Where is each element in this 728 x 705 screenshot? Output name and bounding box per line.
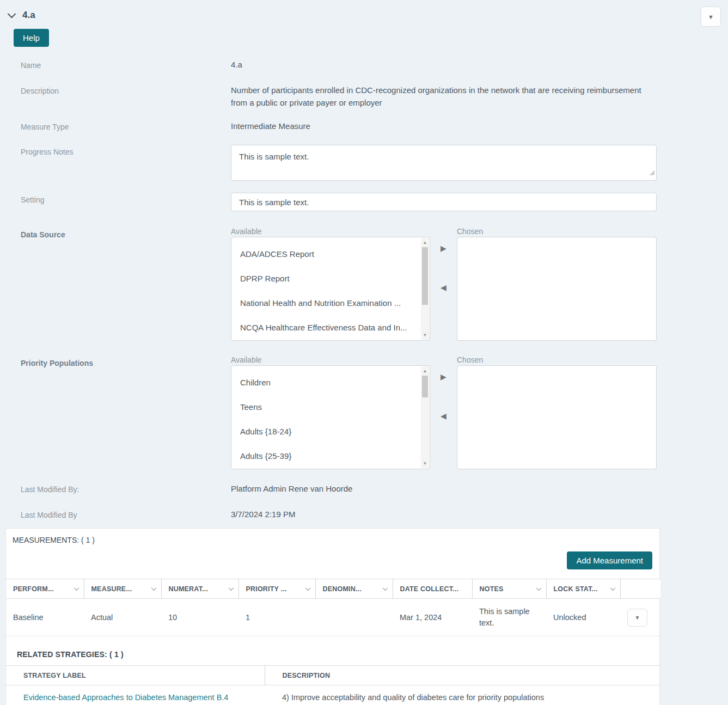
priority-populations-available-listbox[interactable]: Children Teens Adults {18-24} Adults {25… <box>231 365 430 469</box>
setting-input[interactable] <box>231 193 657 211</box>
progress-notes-textarea[interactable]: This is sample text. <box>231 145 657 181</box>
help-button[interactable]: Help <box>14 29 49 47</box>
move-left-button[interactable]: ◀ <box>441 412 446 420</box>
add-measurement-button[interactable]: Add Measurement <box>567 551 652 569</box>
column-header-denominator[interactable]: DENOMIN... <box>315 579 393 599</box>
panel-dropdown-button[interactable]: ▼ <box>701 7 721 27</box>
list-item[interactable]: NCQA Healthcare Effectiveness Data and I… <box>240 316 419 340</box>
progress-notes-label: Progress Notes <box>0 145 231 181</box>
setting-row: Setting <box>0 193 728 211</box>
scroll-up-icon[interactable]: ▲ <box>421 238 429 247</box>
list-item[interactable]: National Health and Nutrition Examinatio… <box>240 291 419 316</box>
chevron-down-icon <box>228 585 234 591</box>
data-source-available-listbox[interactable]: ADA/ADCES Report DPRP Report National He… <box>231 237 430 341</box>
measurements-panel: MEASUREMENTS: ( 1 ) Add Measurement PERF… <box>5 528 660 705</box>
list-item[interactable]: Adults {18-24} <box>240 420 419 444</box>
table-row: Baseline Actual 10 1 Mar 1, 2024 This is… <box>6 599 660 636</box>
setting-label: Setting <box>0 193 231 211</box>
measure-type-label: Measure Type <box>0 120 231 132</box>
caret-down-icon: ▼ <box>635 612 640 623</box>
related-strategies-header-row: STRATEGY LABEL DESCRIPTION <box>6 666 659 685</box>
scroll-down-icon[interactable]: ▼ <box>421 459 429 468</box>
list-item[interactable]: ADA/ADCES Report <box>240 242 419 267</box>
column-header-numerator[interactable]: NUMERAT... <box>161 579 238 599</box>
last-modified-by-label: Last Modified By: <box>0 482 231 495</box>
row-menu-button[interactable]: ▼ <box>627 609 647 627</box>
column-header-measure[interactable]: MEASURE... <box>84 579 161 599</box>
name-value: 4.a <box>231 58 657 71</box>
chevron-down-icon <box>536 585 541 591</box>
list-item[interactable]: DPRP Report <box>240 267 419 291</box>
column-header-actions <box>620 579 660 599</box>
measurements-header-row: PERFORM... MEASURE... NUMERAT... PRIORIT… <box>6 579 660 599</box>
related-strategies-title: RELATED STRATEGIES: ( 1 ) <box>6 636 659 659</box>
list-item[interactable]: Adults {25-39} <box>240 444 419 469</box>
page-title: 4.a <box>22 10 35 21</box>
column-header-performance[interactable]: PERFORM... <box>6 579 84 599</box>
last-modified-by-value: Platform Admin Rene van Hoorde <box>231 482 657 495</box>
measure-form: Name 4.a Description Number of participa… <box>0 58 728 520</box>
move-right-button[interactable]: ▶ <box>441 373 446 381</box>
last-modified-date-value: 3/7/2024 2:19 PM <box>231 508 657 520</box>
column-header-notes[interactable]: NOTES <box>472 579 546 599</box>
scrollbar-thumb[interactable] <box>422 247 428 305</box>
chevron-down-icon <box>610 585 615 591</box>
scrollbar[interactable]: ▲ ▼ <box>421 238 429 340</box>
column-header-lock-status[interactable]: LOCK STAT... <box>546 579 620 599</box>
priority-populations-label: Priority Populations <box>0 356 231 469</box>
move-right-button[interactable]: ▶ <box>441 244 446 252</box>
performance-cell: Baseline <box>6 599 84 636</box>
caret-down-icon: ▼ <box>708 14 714 20</box>
priority-populations-chosen-listbox[interactable] <box>457 365 657 469</box>
denominator-cell <box>315 599 393 636</box>
page-header: 4.a <box>0 0 728 21</box>
description-row: Description Number of participants enrol… <box>0 84 728 109</box>
strategy-description: 4) Improve acceptability and quality of … <box>265 685 659 705</box>
data-source-label: Data Source <box>0 228 231 341</box>
measure-cell: Actual <box>84 599 161 636</box>
measurements-title: MEASUREMENTS: ( 1 ) <box>6 529 659 544</box>
priority-cell: 1 <box>238 599 315 636</box>
chevron-down-icon <box>382 585 388 591</box>
description-label: Description <box>0 84 231 109</box>
chevron-down-icon <box>74 585 79 591</box>
scroll-up-icon[interactable]: ▲ <box>421 367 429 375</box>
list-item[interactable]: Teens <box>240 395 419 420</box>
measure-type-row: Measure Type Intermediate Measure <box>0 120 728 132</box>
chevron-down-icon <box>151 585 156 591</box>
strategy-link[interactable]: Evidence-based Approaches to Diabetes Ma… <box>23 693 228 702</box>
available-label: Available <box>231 356 430 364</box>
column-header-date-collected[interactable]: DATE COLLECT... <box>393 579 472 599</box>
column-header-priority[interactable]: PRIORITY ... <box>238 579 315 599</box>
name-row: Name 4.a <box>0 58 728 71</box>
notes-cell: This is sample text. <box>472 599 546 636</box>
measure-type-value: Intermediate Measure <box>231 120 657 132</box>
actions-cell: ▼ <box>620 599 660 636</box>
description-value: Number of participants enrolled in CDC-r… <box>231 84 657 109</box>
column-header-strategy-label: STRATEGY LABEL <box>6 666 265 685</box>
name-label: Name <box>0 58 231 71</box>
date-collected-cell: Mar 1, 2024 <box>393 599 472 636</box>
chevron-down-icon <box>305 585 310 591</box>
chosen-label: Chosen <box>457 228 657 235</box>
scrollbar[interactable]: ▲ ▼ <box>421 366 429 468</box>
scroll-down-icon[interactable]: ▼ <box>421 331 429 339</box>
measurements-table: PERFORM... MEASURE... NUMERAT... PRIORIT… <box>6 579 660 636</box>
column-header-description: DESCRIPTION <box>265 666 659 685</box>
lock-status-cell: Unlocked <box>546 599 620 636</box>
data-source-row: Data Source Available ADA/ADCES Report D… <box>0 228 728 341</box>
data-source-chosen-listbox[interactable] <box>457 237 657 341</box>
last-modified-date-row: Last Modified By 3/7/2024 2:19 PM <box>0 508 728 520</box>
progress-notes-row: Progress Notes This is sample text. <box>0 145 728 181</box>
list-item[interactable]: Children <box>240 371 419 395</box>
related-strategies-table: STRATEGY LABEL DESCRIPTION Evidence-base… <box>6 665 659 705</box>
resize-grip-icon[interactable] <box>649 166 654 179</box>
collapse-chevron-icon[interactable] <box>8 9 16 18</box>
table-row: Evidence-based Approaches to Diabetes Ma… <box>6 685 659 705</box>
numerator-cell: 10 <box>161 599 238 636</box>
last-modified-date-label: Last Modified By <box>0 508 231 520</box>
priority-populations-row: Priority Populations Available Children … <box>0 356 728 469</box>
scrollbar-thumb[interactable] <box>422 376 428 397</box>
move-left-button[interactable]: ◀ <box>441 284 446 291</box>
chosen-label: Chosen <box>457 356 657 364</box>
